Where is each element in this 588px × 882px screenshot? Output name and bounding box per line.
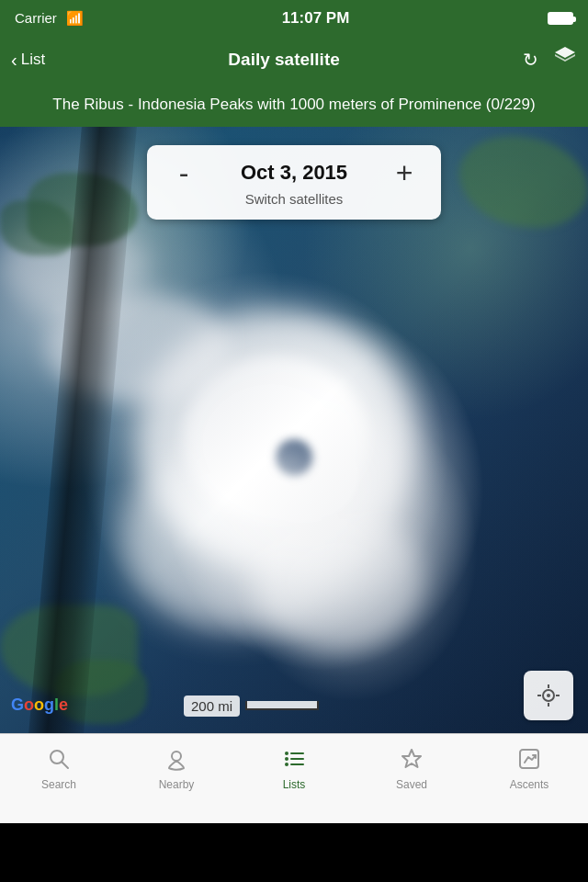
svg-point-11 bbox=[285, 752, 288, 755]
wifi-icon: 📶 bbox=[66, 10, 84, 26]
title-banner: The Ribus - Indonesia Peaks with 1000 me… bbox=[0, 83, 588, 127]
nearby-icon bbox=[163, 745, 190, 773]
svg-point-15 bbox=[285, 763, 288, 766]
refresh-icon[interactable]: ↻ bbox=[523, 49, 538, 71]
svg-point-3 bbox=[547, 694, 550, 697]
nav-actions: ↻ bbox=[523, 45, 577, 74]
tab-ascents-label: Ascents bbox=[510, 778, 549, 791]
battery-icon bbox=[548, 12, 573, 25]
status-bar: Carrier 📶 11:07 PM bbox=[0, 0, 588, 37]
lists-icon bbox=[280, 745, 308, 773]
back-button[interactable]: ‹ List bbox=[11, 51, 45, 69]
saved-icon bbox=[398, 745, 425, 773]
svg-marker-17 bbox=[402, 750, 421, 767]
date-control: - Oct 3, 2015 + Switch satellites bbox=[147, 145, 441, 220]
svg-point-10 bbox=[172, 752, 181, 761]
tab-search-label: Search bbox=[41, 778, 76, 791]
tab-nearby[interactable]: Nearby bbox=[118, 743, 235, 791]
date-text: Oct 3, 2015 bbox=[241, 161, 347, 185]
tab-search[interactable]: Search bbox=[0, 743, 118, 791]
map-container[interactable]: - Oct 3, 2015 + Switch satellites Google… bbox=[0, 127, 588, 733]
tab-saved-label: Saved bbox=[396, 778, 427, 791]
carrier-label: Carrier 📶 bbox=[15, 10, 84, 27]
tab-nearby-label: Nearby bbox=[159, 778, 195, 791]
nav-title: Daily satellite bbox=[45, 50, 523, 70]
time-label: 11:07 PM bbox=[282, 9, 350, 28]
svg-line-9 bbox=[62, 762, 69, 768]
battery-area bbox=[548, 12, 573, 25]
date-minus-button[interactable]: - bbox=[165, 158, 202, 187]
scale-label: 200 mi bbox=[184, 695, 240, 717]
search-icon bbox=[45, 745, 73, 773]
location-button[interactable] bbox=[524, 671, 573, 720]
back-chevron-icon: ‹ bbox=[11, 51, 17, 69]
tab-lists[interactable]: Lists bbox=[235, 743, 353, 791]
scale-line bbox=[245, 701, 319, 710]
date-plus-button[interactable]: + bbox=[386, 158, 423, 187]
tab-lists-label: Lists bbox=[283, 778, 306, 791]
nav-bar: ‹ List Daily satellite ↻ bbox=[0, 37, 588, 83]
tab-bar: Search Nearby Lists bbox=[0, 733, 588, 823]
svg-point-13 bbox=[285, 757, 288, 761]
scale-bar: 200 mi bbox=[184, 695, 319, 717]
switch-satellites-text[interactable]: Switch satellites bbox=[245, 191, 344, 207]
tab-saved[interactable]: Saved bbox=[353, 743, 470, 791]
ascents-icon bbox=[515, 745, 543, 773]
tab-ascents[interactable]: Ascents bbox=[470, 743, 588, 791]
title-banner-text: The Ribus - Indonesia Peaks with 1000 me… bbox=[15, 94, 573, 116]
layers-icon[interactable] bbox=[553, 45, 577, 74]
date-row: - Oct 3, 2015 + bbox=[165, 158, 423, 187]
back-label: List bbox=[21, 51, 45, 69]
location-icon bbox=[536, 683, 561, 708]
google-watermark: Google bbox=[11, 695, 68, 715]
